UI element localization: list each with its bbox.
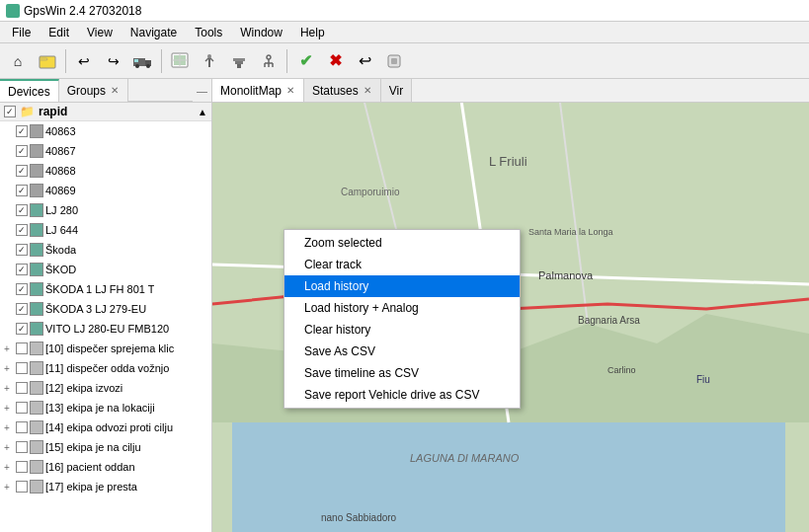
antenna2-button[interactable]	[225, 47, 253, 75]
cb-skoda1[interactable]	[16, 244, 28, 256]
cb-skoda4[interactable]	[16, 303, 28, 315]
tree-item-40868[interactable]: 40868	[0, 161, 211, 181]
tree-item-skoda1[interactable]: Škoda	[0, 240, 211, 260]
tree-item-g15[interactable]: + [15] ekipa je na cilju	[0, 437, 211, 457]
left-panel: Devices Groups ✕ — 📁 rapid ▲ 40863	[0, 79, 212, 532]
tab-devices[interactable]: Devices	[0, 79, 59, 102]
cb-g13[interactable]	[16, 402, 28, 414]
expand-g15[interactable]: +	[4, 442, 14, 452]
tree-item-skoda4[interactable]: ŠKODA 3 LJ 279-EU	[0, 299, 211, 319]
svg-point-5	[146, 64, 150, 68]
cb-40868[interactable]	[16, 165, 28, 177]
cb-g11[interactable]	[16, 362, 28, 374]
cb-skoda2[interactable]	[16, 264, 28, 275]
close-groups-tab[interactable]: ✕	[110, 85, 120, 96]
truck-button[interactable]	[129, 47, 157, 75]
ctx-save-csv[interactable]: Save As CSV	[284, 341, 520, 362]
tree-item-g11[interactable]: + [11] dispečer odda vožnjo	[0, 358, 211, 378]
tree-item-g13[interactable]: + [13] ekipa je na lokaciji	[0, 398, 211, 418]
ctx-clear-history[interactable]: Clear history	[284, 319, 520, 341]
power-button[interactable]	[380, 47, 408, 75]
collapse-icon[interactable]: ▲	[198, 107, 207, 117]
undo-button[interactable]: ↩	[70, 47, 98, 75]
toolbar: ⌂ ↩ ↪ ✔ ✖ ↩	[0, 43, 809, 79]
menu-help[interactable]: Help	[292, 24, 333, 41]
tree-item-skoda3[interactable]: ŠKODA 1 LJ FH 801 T	[0, 279, 211, 299]
cb-g12[interactable]	[16, 382, 28, 394]
redo-button[interactable]: ↪	[100, 47, 127, 75]
menu-edit[interactable]: Edit	[40, 24, 77, 41]
tab-statuses[interactable]: Statuses ✕	[304, 79, 381, 102]
map-button[interactable]	[166, 47, 194, 75]
menu-tools[interactable]: Tools	[187, 24, 230, 41]
root-checkbox[interactable]	[4, 106, 16, 117]
expand-g12[interactable]: +	[4, 383, 14, 393]
tree-item-g17[interactable]: + [17] ekipa je presta	[0, 477, 211, 496]
color-g15	[30, 440, 43, 454]
tree-item-40867[interactable]: 40867	[0, 141, 211, 161]
color-g14	[30, 420, 43, 434]
ctx-zoom-selected[interactable]: Zoom selected	[284, 232, 520, 254]
menu-file[interactable]: File	[4, 24, 39, 41]
expand-g11[interactable]: +	[4, 363, 14, 373]
cb-40867[interactable]	[16, 145, 28, 157]
expand-g14[interactable]: +	[4, 422, 14, 432]
cb-g16[interactable]	[16, 461, 28, 473]
expand-g17[interactable]: +	[4, 482, 14, 492]
tree-item-g10[interactable]: + [10] dispečer sprejema klic	[0, 339, 211, 358]
map-canvas[interactable]: Palmanova Bagnaria Arsa Carlino LAGUNA D…	[212, 103, 809, 532]
ctx-load-history-analog[interactable]: Load history + Analog	[284, 297, 520, 319]
cb-skoda3[interactable]	[16, 283, 28, 295]
cb-g14[interactable]	[16, 421, 28, 433]
svg-text:Camporuimio: Camporuimio	[341, 187, 400, 197]
tab-vir[interactable]: Vir	[381, 79, 412, 102]
tree-item-vito[interactable]: VITO LJ 280-EU FMB120	[0, 319, 211, 339]
check-button[interactable]: ✔	[291, 47, 319, 75]
cb-lj280[interactable]	[16, 204, 28, 216]
svg-text:Carlino: Carlino	[607, 365, 636, 375]
map-tabs: MonolitMap ✕ Statuses ✕ Vir	[212, 79, 809, 103]
tree-item-g16[interactable]: + [16] pacient oddan	[0, 457, 211, 477]
ctx-load-history[interactable]: Load history	[284, 275, 520, 297]
menu-window[interactable]: Window	[232, 24, 290, 41]
tree-item-40869[interactable]: 40869	[0, 181, 211, 200]
cb-g17[interactable]	[16, 481, 28, 493]
expand-g13[interactable]: +	[4, 403, 14, 413]
home-button[interactable]: ⌂	[4, 47, 32, 75]
cb-40869[interactable]	[16, 185, 28, 196]
main-layout: Devices Groups ✕ — 📁 rapid ▲ 40863	[0, 79, 809, 532]
svg-point-4	[135, 64, 139, 68]
cb-40863[interactable]	[16, 125, 28, 137]
ctx-save-report-csv[interactable]: Save report Vehicle drive as CSV	[284, 384, 520, 406]
tree-item-lj280[interactable]: LJ 280	[0, 200, 211, 220]
cb-g10[interactable]	[16, 342, 28, 354]
svg-point-18	[267, 55, 271, 59]
cb-g15[interactable]	[16, 441, 28, 453]
tab-monolitmap[interactable]: MonolitMap ✕	[212, 79, 304, 102]
ctx-clear-track[interactable]: Clear track	[284, 254, 520, 275]
expand-g10[interactable]: +	[4, 343, 14, 353]
menu-navigate[interactable]: Navigate	[122, 24, 185, 41]
menu-view[interactable]: View	[79, 24, 121, 41]
tree-item-g12[interactable]: + [12] ekipa izvozi	[0, 378, 211, 398]
tree-item-skoda2[interactable]: ŠKOD	[0, 260, 211, 279]
tree-item-lj644[interactable]: LJ 644	[0, 220, 211, 240]
tab-groups[interactable]: Groups ✕	[59, 79, 128, 102]
anchor-button[interactable]	[255, 47, 283, 75]
color-lj280	[30, 203, 43, 217]
open-button[interactable]	[34, 47, 61, 75]
cb-vito[interactable]	[16, 323, 28, 335]
tree-item-40863[interactable]: 40863	[0, 121, 211, 141]
return-button[interactable]: ↩	[351, 47, 378, 75]
cb-lj644[interactable]	[16, 224, 28, 236]
antenna1-button[interactable]	[196, 47, 223, 75]
cross-button[interactable]: ✖	[321, 47, 349, 75]
tree-root[interactable]: 📁 rapid ▲	[0, 103, 211, 121]
close-statuses-tab[interactable]: ✕	[363, 85, 372, 96]
expand-g16[interactable]: +	[4, 462, 14, 472]
close-monolitmap-tab[interactable]: ✕	[285, 85, 295, 96]
tree-item-g14[interactable]: + [14] ekipa odvozi proti cilju	[0, 418, 211, 437]
collapse-panel-btn[interactable]: —	[193, 79, 211, 102]
ctx-save-timeline-csv[interactable]: Save timeline as CSV	[284, 362, 520, 384]
app-icon	[6, 4, 20, 18]
